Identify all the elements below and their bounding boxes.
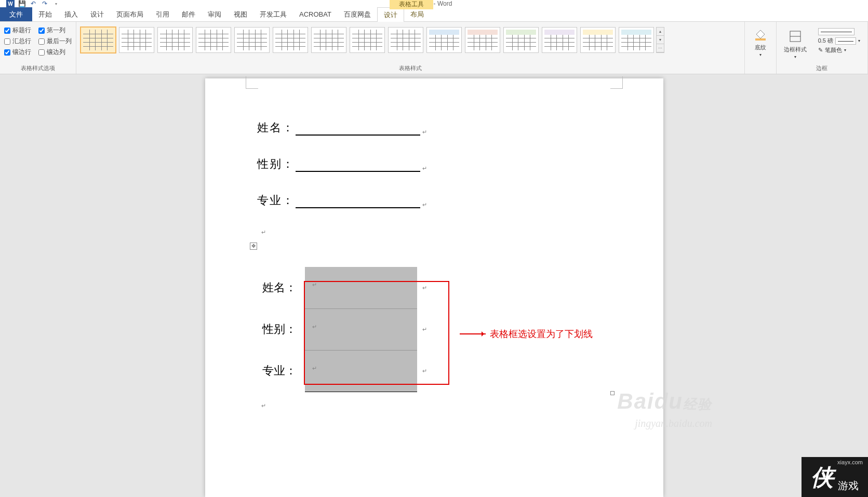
- label-total-row: 汇总行: [12, 37, 31, 46]
- field-major: 专业： ↵: [257, 193, 611, 208]
- qat-dropdown-icon[interactable]: ▾: [52, 0, 60, 8]
- tab-design[interactable]: 设计: [84, 7, 110, 21]
- watermark-xiayx: xiayx.com 侠 游戏: [802, 457, 868, 497]
- table-style-thumb[interactable]: [273, 27, 308, 53]
- svg-rect-0: [755, 38, 766, 41]
- upper-fields: 姓名： ↵ 性别： ↵ 专业： ↵: [257, 120, 611, 208]
- cell-label-major[interactable]: 专业：: [257, 350, 305, 392]
- table-style-thumb[interactable]: [81, 27, 116, 53]
- shading-label: 底纹: [755, 44, 766, 51]
- ribbon-tabs: 文件 开始 插入 设计 页面布局 引用 邮件 审阅 视图 开发工具 ACROBA…: [0, 7, 868, 22]
- table-styles-gallery: [81, 27, 654, 53]
- label-major: 专业：: [257, 193, 295, 208]
- group-shading: 底纹 ▾: [745, 22, 776, 74]
- underline-gender[interactable]: [296, 160, 420, 172]
- quick-access-toolbar: W 💾 ↶ ↷ ▾: [0, 0, 60, 8]
- pen-color-label: 笔颜色: [825, 46, 842, 54]
- tab-references[interactable]: 引用: [150, 7, 176, 21]
- check-header-row[interactable]: 标题行: [4, 26, 31, 35]
- table-style-thumb[interactable]: [157, 27, 193, 53]
- para-mark: ↵: [422, 202, 427, 208]
- table-style-thumb[interactable]: [503, 27, 539, 53]
- save-icon[interactable]: 💾: [18, 0, 26, 8]
- arrow-icon: [460, 333, 486, 334]
- table-style-thumb[interactable]: [196, 27, 231, 53]
- line-weight-selector[interactable]: 0.5 磅 ▾: [818, 37, 860, 45]
- table-style-thumb[interactable]: [580, 27, 616, 53]
- tab-view[interactable]: 视图: [228, 7, 253, 21]
- label-header-row: 标题行: [12, 26, 31, 35]
- cell-label-gender[interactable]: 性别：: [257, 308, 305, 350]
- label-banded-cols: 镶边列: [47, 48, 65, 57]
- underline-name[interactable]: [296, 124, 420, 136]
- table-move-handle[interactable]: ✥: [250, 243, 257, 250]
- tab-table-design[interactable]: 设计: [377, 7, 404, 22]
- tab-table-layout[interactable]: 布局: [404, 7, 430, 21]
- line-weight-value: 0.5 磅: [818, 37, 833, 45]
- border-styles-button[interactable]: 边框样式 ▾: [781, 26, 810, 61]
- para-mark: ↵: [422, 129, 427, 136]
- table-style-thumb[interactable]: [542, 27, 577, 53]
- tab-page-layout[interactable]: 页面布局: [110, 7, 150, 21]
- group-table-style-options: 标题行 汇总行 镶边行 第一列 最后一列 镶边列 表格样式选项: [0, 22, 76, 74]
- gallery-scroll[interactable]: ▴ ▾ ⋯: [656, 27, 664, 53]
- label-name: 姓名：: [257, 120, 295, 136]
- table-style-thumb[interactable]: [426, 27, 462, 53]
- pen-icon: ✎: [818, 47, 823, 53]
- line-style-selector[interactable]: [818, 28, 854, 35]
- table-style-thumb[interactable]: [350, 27, 385, 53]
- tab-insert[interactable]: 插入: [58, 7, 84, 21]
- watermark-xiayx-url: xiayx.com: [837, 459, 863, 465]
- title-bar: W 💾 ↶ ↷ ▾ 文档1 - Word 表格工具: [0, 0, 868, 7]
- para-mark: ↵: [422, 165, 427, 172]
- label-banded-rows: 镶边行: [12, 48, 31, 57]
- check-total-row[interactable]: 汇总行: [4, 37, 31, 46]
- table-style-thumb[interactable]: [465, 27, 500, 53]
- undo-icon[interactable]: ↶: [29, 0, 37, 8]
- document-area[interactable]: 姓名： ↵ 性别： ↵ 专业： ↵ ↵ ✥ 姓名： ↵ ↵: [0, 74, 868, 497]
- pen-color-selector[interactable]: ✎ 笔颜色 ▾: [818, 46, 860, 54]
- check-banded-rows[interactable]: 镶边行: [4, 48, 31, 57]
- redo-icon[interactable]: ↷: [41, 0, 49, 8]
- group-table-styles: ▴ ▾ ⋯ 表格样式: [76, 22, 745, 74]
- tab-baidu-netdisk[interactable]: 百度网盘: [338, 7, 377, 21]
- group-borders: 边框样式 ▾ 0.5 磅 ▾ ✎ 笔颜色 ▾ 边框: [776, 22, 868, 74]
- page: 姓名： ↵ 性别： ↵ 专业： ↵ ↵ ✥ 姓名： ↵ ↵: [205, 78, 663, 497]
- field-gender: 性别： ↵: [257, 156, 611, 172]
- check-first-col[interactable]: 第一列: [38, 26, 72, 35]
- tab-mailings[interactable]: 邮件: [176, 7, 202, 21]
- paint-bucket-icon: [752, 26, 769, 43]
- table-resize-handle[interactable]: [610, 391, 615, 395]
- gallery-up-icon[interactable]: ▴: [657, 28, 664, 36]
- tab-home[interactable]: 开始: [32, 7, 58, 21]
- label-gender: 性别：: [257, 156, 295, 172]
- check-last-col[interactable]: 最后一列: [38, 37, 72, 46]
- border-style-label: 边框样式: [784, 46, 807, 53]
- para-mark: ↵: [261, 229, 611, 236]
- para-mark: ↵: [261, 402, 611, 409]
- word-app-icon: W: [6, 0, 15, 8]
- group-label-borders: 边框: [781, 64, 863, 74]
- tab-developer[interactable]: 开发工具: [253, 7, 293, 21]
- gallery-down-icon[interactable]: ▾: [657, 36, 664, 44]
- shading-button[interactable]: 底纹 ▾: [749, 24, 772, 59]
- ribbon: 标题行 汇总行 镶边行 第一列 最后一列 镶边列 表格样式选项 ▴ ▾ ⋯ 表格…: [0, 22, 868, 74]
- border-style-icon: [787, 28, 804, 45]
- tab-file[interactable]: 文件: [0, 7, 32, 21]
- gallery-more-icon[interactable]: ⋯: [657, 44, 664, 52]
- table-style-thumb[interactable]: [311, 27, 346, 53]
- cell-label-name[interactable]: 姓名：: [257, 267, 305, 308]
- table-style-thumb[interactable]: [119, 27, 154, 53]
- tab-review[interactable]: 审阅: [202, 7, 228, 21]
- tab-acrobat[interactable]: ACROBAT: [293, 7, 338, 21]
- watermark-game: 游戏: [838, 479, 859, 493]
- check-banded-cols[interactable]: 镶边列: [38, 48, 72, 57]
- table-style-thumb[interactable]: [619, 27, 654, 53]
- table-style-thumb[interactable]: [234, 27, 270, 53]
- underline-major[interactable]: [296, 197, 420, 208]
- margin-marker-top-left: [246, 76, 258, 89]
- dropdown-icon: ▾: [794, 55, 796, 59]
- table-style-thumb[interactable]: [388, 27, 423, 53]
- annotation-box: [304, 281, 449, 385]
- contextual-tab-label: 表格工具: [390, 0, 433, 9]
